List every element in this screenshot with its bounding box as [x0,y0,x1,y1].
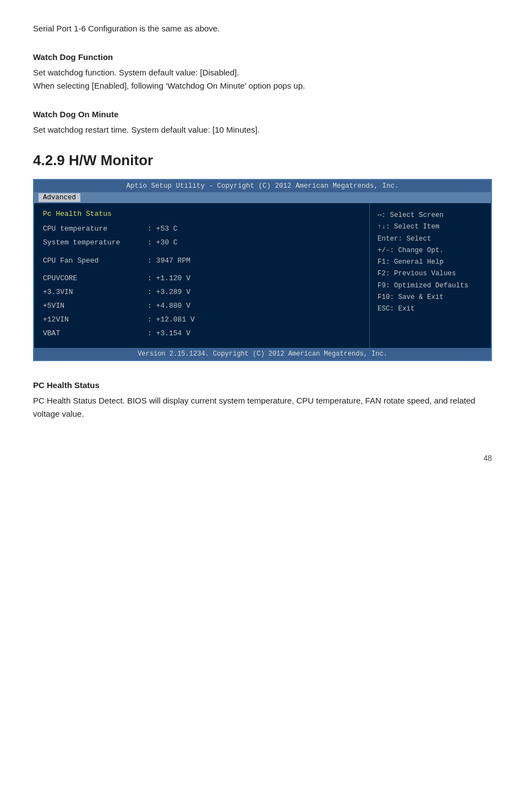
bios-cpu-temp-value: : +53 C [147,224,178,235]
bios-cpu-temp-row: CPU temperature : +53 C [43,224,360,235]
pc-health-status-desc: PC Health Status Detect. BIOS will displ… [33,394,492,421]
watch-dog-function-heading: Watch Dog Function [33,51,492,64]
watch-dog-function-section: Watch Dog Function Set watchdog function… [33,51,492,92]
bios-5vin-value: : +4.880 V [147,301,190,312]
bios-5vin-row: +5VIN : +4.880 V [43,301,360,312]
chapter-title: H/W Monitor [69,152,153,168]
bios-left-panel: Pc Health Status CPU temperature : +53 C… [34,203,370,348]
watch-dog-on-minute-section: Watch Dog On Minute Set watchdog restart… [33,108,492,137]
chapter-number: 4.2.9 [33,152,65,168]
bios-screen: Aptio Setup Utility - Copyright (C) 2012… [33,179,492,361]
bios-help-change: +/-: Change Opt. [378,245,483,257]
bios-right-panel: ↔: Select Screen ↑↓: Select Item Enter: … [370,203,491,348]
bios-cpuvcore-label: CPUVCORE [43,273,147,285]
bios-sys-temp-value: : +30 C [147,237,178,249]
bios-section-title: Pc Health Status [43,210,360,218]
bios-fan-speed-label: CPU Fan Speed [43,255,147,267]
watch-dog-function-desc2: When selecting [Enabled], following ‘Wat… [33,79,492,92]
bios-fan-speed-row: CPU Fan Speed : 3947 RPM [43,255,360,267]
bios-12vin-label: +12VIN [43,314,147,326]
pc-health-status-section: PC Health Status PC Health Status Detect… [33,379,492,421]
bios-help-select-item: ↑↓: Select Item [378,221,483,233]
bios-tab-bar: Advanced [34,192,491,203]
watch-dog-on-minute-heading: Watch Dog On Minute [33,108,492,121]
chapter-heading: 4.2.9 H/W Monitor [33,152,492,169]
bios-help-esc: ESC: Exit [378,303,483,315]
bios-12vin-row: +12VIN : +12.081 V [43,314,360,326]
serial-port-text: Serial Port 1-6 Configuration is the sam… [33,22,492,35]
bios-vbat-value: : +3.154 V [147,328,190,340]
watch-dog-function-desc1: Set watchdog function. System default va… [33,66,492,79]
bios-help-select-screen: ↔: Select Screen [378,210,483,221]
bios-help-f10: F10: Save & Exit [378,292,483,303]
bios-vbat-row: VBAT : +3.154 V [43,328,360,340]
bios-body: Pc Health Status CPU temperature : +53 C… [34,203,491,348]
bios-help-enter: Enter: Select [378,233,483,245]
bios-fan-speed-value: : 3947 RPM [147,255,190,267]
bios-5vin-label: +5VIN [43,301,147,312]
bios-vbat-label: VBAT [43,328,147,340]
bios-cpuvcore-row: CPUVCORE : +1.120 V [43,273,360,285]
bios-33vin-label: +3.3VIN [43,287,147,298]
bios-33vin-row: +3.3VIN : +3.289 V [43,287,360,298]
pc-health-status-heading: PC Health Status [33,379,492,392]
page-number: 48 [33,454,492,462]
watch-dog-on-minute-desc: Set watchdog restart time. System defaul… [33,123,492,137]
bios-cpu-temp-label: CPU temperature [43,224,147,235]
bios-help-f2: F2: Previous Values [378,268,483,280]
bios-sys-temp-label: System temperature [43,237,147,249]
bios-title-bar: Aptio Setup Utility - Copyright (C) 2012… [34,180,491,192]
bios-footer: Version 2.15.1234. Copyright (C) 2012 Am… [34,348,491,360]
bios-help-f1: F1: General Help [378,257,483,268]
bios-help-f9: F9: Optimized Defaults [378,280,483,292]
bios-advanced-tab[interactable]: Advanced [39,193,80,202]
bios-sys-temp-row: System temperature : +30 C [43,237,360,249]
bios-cpuvcore-value: : +1.120 V [147,273,190,285]
bios-33vin-value: : +3.289 V [147,287,190,298]
bios-12vin-value: : +12.081 V [147,314,195,326]
